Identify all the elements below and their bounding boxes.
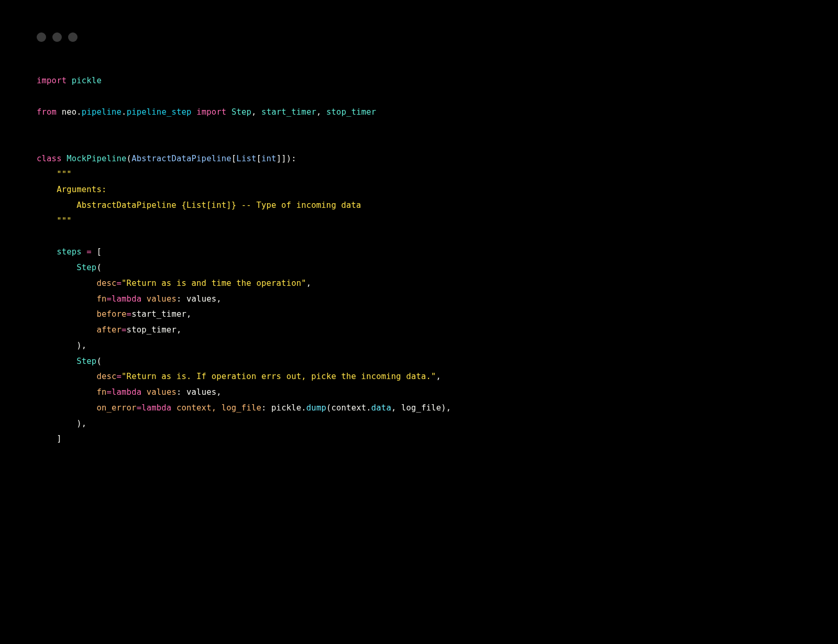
keyword-lambda: lambda xyxy=(112,387,141,397)
docstring-open: """ xyxy=(57,170,72,179)
call-name: Step xyxy=(76,263,96,272)
keyword-lambda: lambda xyxy=(141,403,171,413)
docstring-line: AbstractDataPipeline {List[int]} -- Type… xyxy=(76,201,361,210)
keyword-import: import xyxy=(196,107,226,117)
kwarg-key: fn xyxy=(96,294,106,304)
identifier: context xyxy=(332,403,367,413)
type-name: List xyxy=(236,154,256,163)
identifier: start_timer xyxy=(131,309,186,319)
kwarg-key: on_error xyxy=(96,403,136,413)
lambda-body: values xyxy=(186,387,216,397)
method-name: dump xyxy=(306,403,326,413)
string-literal: "Return as is. If operation errs out, pi… xyxy=(122,372,436,381)
keyword-from: from xyxy=(37,107,57,117)
lambda-arg: values xyxy=(147,387,177,397)
keyword-class: class xyxy=(37,154,62,163)
namespace: pipeline xyxy=(82,107,122,117)
call-name: Step xyxy=(76,357,96,366)
kwarg-key: desc xyxy=(96,279,116,288)
base-class: AbstractDataPipeline xyxy=(131,154,231,163)
imported-name: Step xyxy=(231,107,251,117)
traffic-light-close-icon[interactable] xyxy=(37,32,46,42)
editor-window: import pickle from neo.pipeline.pipeline… xyxy=(21,21,817,623)
traffic-light-zoom-icon[interactable] xyxy=(68,32,78,42)
type-name: int xyxy=(261,154,277,163)
kwarg-key: fn xyxy=(96,387,106,397)
variable-name: steps xyxy=(57,247,82,257)
lambda-arg: values xyxy=(147,294,177,304)
imported-name: stop_timer xyxy=(326,107,376,117)
kwarg-key: desc xyxy=(96,372,116,381)
kwarg-key: after xyxy=(96,325,122,335)
keyword-import: import xyxy=(37,76,67,85)
lambda-body: values xyxy=(186,294,216,304)
namespace: neo xyxy=(62,107,77,117)
window-titlebar xyxy=(21,21,817,47)
docstring-close: """ xyxy=(57,216,72,226)
module-ref: pickle xyxy=(271,403,301,413)
attribute: data xyxy=(371,403,391,413)
imported-name: start_timer xyxy=(261,107,316,117)
module-name: pickle xyxy=(72,76,102,85)
identifier: log_file xyxy=(401,403,441,413)
docstring-line: Arguments: xyxy=(57,185,106,194)
kwarg-key: before xyxy=(96,309,126,319)
traffic-light-minimize-icon[interactable] xyxy=(52,32,62,42)
lambda-args: context, log_file xyxy=(177,403,261,413)
namespace: pipeline_step xyxy=(127,107,192,117)
code-editor[interactable]: import pickle from neo.pipeline.pipeline… xyxy=(21,47,817,463)
class-name: MockPipeline xyxy=(67,154,126,163)
keyword-lambda: lambda xyxy=(112,294,141,304)
identifier: stop_timer xyxy=(127,325,177,335)
string-literal: "Return as is and time the operation" xyxy=(122,279,306,288)
